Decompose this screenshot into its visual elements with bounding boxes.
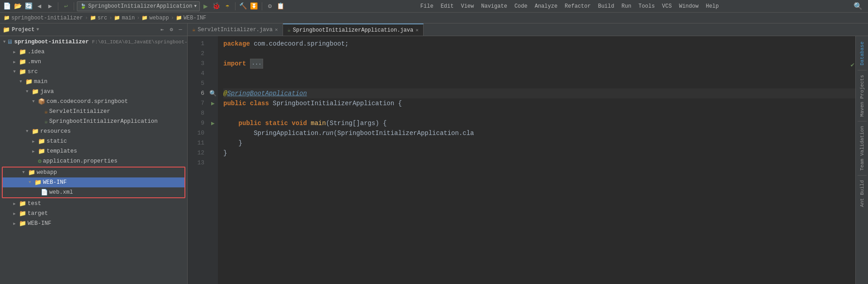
sidebar-divider-3: [858, 175, 867, 176]
arrow-webinf2: ▶: [11, 221, 18, 226]
sep4: ›: [171, 15, 174, 21]
database-tab-label: Database: [859, 42, 865, 65]
forward-btn[interactable]: ▶: [45, 1, 55, 11]
run-gutter-icon-9[interactable]: ▶: [211, 120, 215, 127]
menu-navigate[interactable]: Navigate: [477, 2, 511, 10]
tree-item-static[interactable]: ▶ 📁 static: [0, 136, 187, 146]
tab-ant-build[interactable]: Ant Build: [858, 177, 867, 210]
hide-panel-btn[interactable]: ─: [176, 26, 184, 34]
tree-item-templates[interactable]: ▶ 📁 templates: [0, 146, 187, 156]
menu-run[interactable]: Run: [618, 2, 635, 10]
tree-item-appprops[interactable]: ▶ ⚙ application.properties: [0, 156, 187, 166]
build-btn[interactable]: 🔨: [238, 1, 248, 11]
sidebar-divider-1: [858, 70, 867, 70]
ln-13: 13: [188, 158, 204, 168]
tree-item-mvn[interactable]: ▶ 📁 .mvn: [0, 57, 187, 67]
breadcrumb-webinf[interactable]: 📁 WEB-INF: [176, 15, 206, 21]
ln-11: 11: [188, 138, 204, 148]
menu-build[interactable]: Build: [594, 2, 618, 10]
tree-item-servlet[interactable]: ▶ ☕ ServletInitializer: [0, 107, 187, 116]
coverage-btn[interactable]: ☂: [222, 1, 232, 11]
menu-view[interactable]: View: [457, 2, 477, 10]
tab-servlet[interactable]: ☕ ServletInitializer.java ✕: [188, 23, 283, 36]
main-icon: 📁: [114, 15, 120, 21]
tree-item-webapp[interactable]: ▼ 📁 webapp: [3, 168, 184, 177]
tree-item-webinf2[interactable]: ▶ 📁 WEB-INF: [0, 219, 187, 228]
debug-btn[interactable]: 🐞: [212, 1, 222, 11]
ln-3: 3: [188, 59, 204, 69]
sep: ›: [85, 15, 88, 21]
breadcrumb-webapp-label: webapp: [149, 15, 169, 21]
label-servlet: ServletInitializer: [49, 108, 110, 115]
icon-pkg: 📦: [38, 98, 45, 105]
breadcrumb-src[interactable]: 📁 src: [90, 15, 108, 21]
code-line-7: public class SpringbootInitializerApplic…: [223, 98, 855, 108]
tree-item-webxml[interactable]: ▶ 📄 web.xml: [3, 187, 184, 197]
menu-vcs[interactable]: VCS: [658, 2, 675, 10]
menu-help[interactable]: Help: [702, 2, 722, 10]
ln-5: 5: [188, 79, 204, 88]
menu-edit[interactable]: Edit: [437, 2, 458, 10]
sep4: [262, 2, 262, 10]
settings2-btn[interactable]: 📋: [276, 1, 286, 11]
collapse-all-btn[interactable]: ⇤: [158, 26, 166, 34]
tab-app[interactable]: ☕ SpringbootInitializerApplication.java …: [283, 23, 424, 36]
right-sidebar: Database Maven Projects Team Validation …: [855, 36, 868, 284]
tab-team-validation[interactable]: Team Validation: [858, 122, 867, 174]
menu-tools[interactable]: Tools: [635, 2, 658, 10]
tree-item-java[interactable]: ▼ 📁 java: [0, 87, 187, 97]
settings-btn[interactable]: ⚙: [265, 1, 275, 11]
arrow-root: ▼: [3, 40, 5, 44]
tab-maven[interactable]: Maven Projects: [858, 71, 867, 120]
line-numbers: 1 2 3 4 5 6 7 8 9 10 11 12 13: [188, 36, 208, 284]
breadcrumb-root[interactable]: 📁 springboot-initializer: [4, 15, 83, 21]
new-file-btn[interactable]: 📄: [2, 1, 12, 11]
tree-item-resources[interactable]: ▼ 📁 resources: [0, 126, 187, 136]
menu-code[interactable]: Code: [511, 2, 531, 10]
tree-item-pkg[interactable]: ▼ 📦 com.codecoord.springboot: [0, 97, 187, 107]
breadcrumb-main[interactable]: 📁 main: [114, 15, 135, 21]
label-root: springboot-initializer: [14, 39, 89, 45]
menu-file[interactable]: File: [417, 2, 437, 10]
path-root: F:\01_IDEA\01_JavaEE\springboot-i: [92, 39, 187, 45]
tree-item-target[interactable]: ▶ 📁 target: [0, 209, 187, 219]
run-gutter-icon[interactable]: ▶: [211, 100, 215, 107]
annotation-expand-icon[interactable]: 🔍: [209, 90, 217, 97]
menu-window[interactable]: Window: [675, 2, 702, 10]
tree-item-main[interactable]: ▼ 📁 main: [0, 77, 187, 87]
tab-label-servlet: ServletInitializer.java: [198, 27, 273, 33]
red-outline-group: ▼ 📁 webapp ▼ 📁 WEB-INF ▶ 📄 web.xml: [2, 167, 185, 198]
sync-btn[interactable]: 🔄: [24, 1, 33, 11]
run-config-combo[interactable]: 🍃 SpringbootInitializerApplication ▼: [77, 1, 200, 11]
main-layout: 📁 Project ▼ ⇤ ⚙ ─ ▼ 🖥 springboot-initial…: [0, 23, 868, 284]
gutter-9: ▶: [208, 118, 218, 128]
undo-btn[interactable]: ↩: [61, 1, 71, 11]
code-area[interactable]: 1 2 3 4 5 6 7 8 9 10 11 12 13: [188, 36, 855, 284]
project-tree[interactable]: ▼ 🖥 springboot-initializer F:\01_IDEA\01…: [0, 36, 187, 284]
label-templates: templates: [47, 148, 77, 154]
code-editor[interactable]: package com.codecoord.springboot; import…: [218, 36, 855, 284]
ln-9: 9: [188, 118, 204, 128]
run-btn[interactable]: ▶: [201, 1, 211, 11]
tree-item-test[interactable]: ▶ 📁 test: [0, 199, 187, 209]
breadcrumb-webapp[interactable]: 📁 webapp: [142, 15, 169, 21]
tree-item-src[interactable]: ▼ 📁 src: [0, 67, 187, 77]
global-search-btn[interactable]: 🔍: [854, 2, 866, 11]
tree-item-app[interactable]: ▶ ☕ SpringbootInitializerApplication: [0, 116, 187, 126]
tab-close-app[interactable]: ✕: [415, 27, 419, 33]
menu-refactor[interactable]: Refactor: [561, 2, 594, 10]
settings-panel-btn[interactable]: ⚙: [167, 26, 175, 34]
tree-item-idea[interactable]: ▶ 📁 .idea: [0, 47, 187, 57]
label-idea: .idea: [28, 49, 45, 55]
open-btn[interactable]: 📂: [13, 1, 23, 11]
tree-item-root[interactable]: ▼ 🖥 springboot-initializer F:\01_IDEA\01…: [0, 37, 187, 47]
sep2: [74, 2, 74, 10]
icon-webinf2: 📁: [19, 220, 26, 227]
tab-close-servlet[interactable]: ✕: [275, 27, 278, 33]
back-btn[interactable]: ◀: [34, 1, 44, 11]
reload-btn[interactable]: ⏬: [249, 1, 259, 11]
menu-analyze[interactable]: Analyze: [531, 2, 561, 10]
tree-item-webinf[interactable]: ▼ 📁 WEB-INF: [3, 177, 184, 187]
tab-database[interactable]: Database: [858, 38, 867, 69]
label-static: static: [47, 138, 67, 144]
